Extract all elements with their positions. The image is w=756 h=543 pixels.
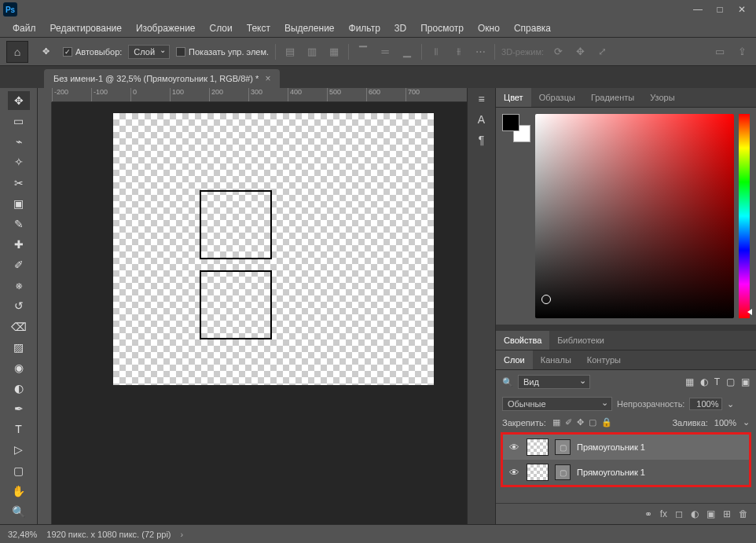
rectangle-shape-1[interactable] [200,190,272,259]
lasso-tool[interactable]: ⌁ [8,132,30,151]
chevron-right-icon[interactable]: › [181,530,184,539]
eraser-tool[interactable]: ⌫ [8,317,30,336]
tab-patterns[interactable]: Узоры [642,88,682,107]
layer-mask-thumbnail[interactable]: ▢ [555,464,571,480]
lock-brush-icon[interactable]: ✐ [565,417,572,427]
document-tab[interactable]: Без имени-1 @ 32,5% (Прямоугольник 1, RG… [44,69,280,88]
history-brush-tool[interactable]: ↺ [8,296,30,315]
tab-gradients[interactable]: Градиенты [583,88,642,107]
chevron-down-icon[interactable]: ⌄ [743,417,750,427]
filter-smart-icon[interactable]: ▣ [741,376,750,387]
tab-layers[interactable]: Слои [496,350,533,369]
menu-window[interactable]: Окно [472,20,506,36]
align-top-icon[interactable]: ▔ [355,44,371,60]
canvas-viewport[interactable] [52,102,467,524]
paragraph-icon[interactable]: ¶ [479,134,485,146]
lock-transparent-icon[interactable]: ▦ [552,417,560,427]
align-bottom-icon[interactable]: ▁ [399,44,415,60]
eyedropper-tool[interactable]: ✎ [8,215,30,233]
menu-file[interactable]: Файл [6,20,42,36]
fg-bg-swatch[interactable] [502,114,530,142]
layer-thumbnail[interactable] [527,464,549,481]
close-button[interactable]: ✕ [731,2,753,17]
crop-tool[interactable]: ✂ [8,174,30,193]
rectangle-shape-2[interactable] [200,270,272,339]
tab-color[interactable]: Цвет [496,88,531,107]
menu-image[interactable]: Изображение [130,20,202,36]
tab-channels[interactable]: Каналы [533,350,579,369]
path-select-tool[interactable]: ▷ [8,440,30,459]
filter-type-icon[interactable]: T [714,376,720,387]
autoselect-checkbox[interactable]: ✓ Автовыбор: [63,47,122,57]
arrange-docs-icon[interactable]: ▭ [712,44,728,60]
hue-slider[interactable] [739,114,750,318]
layer-mask-thumbnail[interactable]: ▢ [555,439,571,455]
menu-select[interactable]: Выделение [278,20,341,36]
menu-edit[interactable]: Редактирование [44,20,128,36]
ruler-vertical[interactable] [38,102,52,524]
fill-input[interactable]: 100% [714,418,736,427]
move-tool[interactable]: ✥ [8,91,30,110]
distribute-v-icon[interactable]: ⫵ [450,44,466,60]
align-right-icon[interactable]: ▦ [326,44,342,60]
tab-paths[interactable]: Контуры [579,350,629,369]
lock-position-icon[interactable]: ✥ [577,417,584,427]
align-left-icon[interactable]: ▤ [282,44,298,60]
menu-help[interactable]: Справка [508,20,557,36]
3d-orbit-icon[interactable]: ⟳ [550,44,566,60]
tab-properties[interactable]: Свойства [496,331,549,350]
share-icon[interactable]: ⇪ [734,44,750,60]
frame-tool[interactable]: ▣ [8,194,30,213]
align-middle-icon[interactable]: ═ [377,44,393,60]
layer-style-icon[interactable]: fx [660,508,667,519]
layers-filter-dropdown[interactable]: Вид [518,375,590,389]
type-tool[interactable]: T [8,420,30,438]
lock-artboard-icon[interactable]: ▢ [589,417,596,427]
maximize-button[interactable]: □ [709,2,731,17]
layer-item[interactable]: 👁 ▢ Прямоугольник 1 [503,460,749,485]
close-tab-icon[interactable]: × [265,73,270,84]
align-center-h-icon[interactable]: ▥ [304,44,320,60]
show-controls-checkbox[interactable]: Показать упр. элем. [176,47,269,57]
visibility-toggle-icon[interactable]: 👁 [508,442,520,453]
tab-swatches[interactable]: Образцы [531,88,583,107]
minimize-button[interactable]: — [687,2,709,17]
autoselect-target-dropdown[interactable]: Слой [128,45,170,59]
filter-shape-icon[interactable]: ▢ [726,376,735,387]
document-dimensions[interactable]: 1920 пикс. x 1080 пикс. (72 ppi) [46,530,171,539]
filter-pixel-icon[interactable]: ▦ [685,376,694,387]
menu-3d[interactable]: 3D [388,20,413,36]
heal-tool[interactable]: ✚ [8,235,30,254]
artboard[interactable] [113,113,434,385]
layer-name[interactable]: Прямоугольник 1 [577,442,645,452]
layer-mask-icon[interactable]: ◻ [675,508,683,519]
pen-tool[interactable]: ✒ [8,399,30,418]
3d-pan-icon[interactable]: ✥ [572,44,588,60]
menu-filter[interactable]: Фильтр [343,20,387,36]
more-align-icon[interactable]: ⋯ [472,44,488,60]
brush-tool[interactable]: ✐ [8,255,30,274]
blend-mode-dropdown[interactable]: Обычные [502,397,612,411]
stamp-tool[interactable]: ⎈ [8,276,30,295]
color-field[interactable] [535,114,734,318]
new-layer-icon[interactable]: ⊞ [723,508,731,519]
3d-scale-icon[interactable]: ⤢ [594,44,610,60]
delete-layer-icon[interactable]: 🗑 [739,508,748,519]
opacity-input[interactable]: 100% [689,398,722,410]
menu-layers[interactable]: Слои [204,20,239,36]
menu-text[interactable]: Текст [240,20,277,36]
layer-thumbnail[interactable] [527,438,549,456]
ruler-horizontal[interactable]: -200 -100 0 100 200 300 400 500 600 700 [52,88,467,102]
hand-tool[interactable]: ✋ [8,482,30,501]
link-layers-icon[interactable]: ⚭ [644,508,652,519]
layer-name[interactable]: Прямоугольник 1 [577,468,645,477]
distribute-h-icon[interactable]: ⫴ [428,44,444,60]
home-button[interactable]: ⌂ [6,41,28,63]
zoom-level[interactable]: 32,48% [8,530,37,539]
tab-libraries[interactable]: Библиотеки [549,331,612,350]
fg-color-swatch[interactable] [502,114,519,131]
character-icon[interactable]: A [478,113,485,126]
blur-tool[interactable]: ◉ [8,358,30,377]
shape-tool[interactable]: ▢ [8,461,30,480]
filter-adjust-icon[interactable]: ◐ [700,376,708,387]
